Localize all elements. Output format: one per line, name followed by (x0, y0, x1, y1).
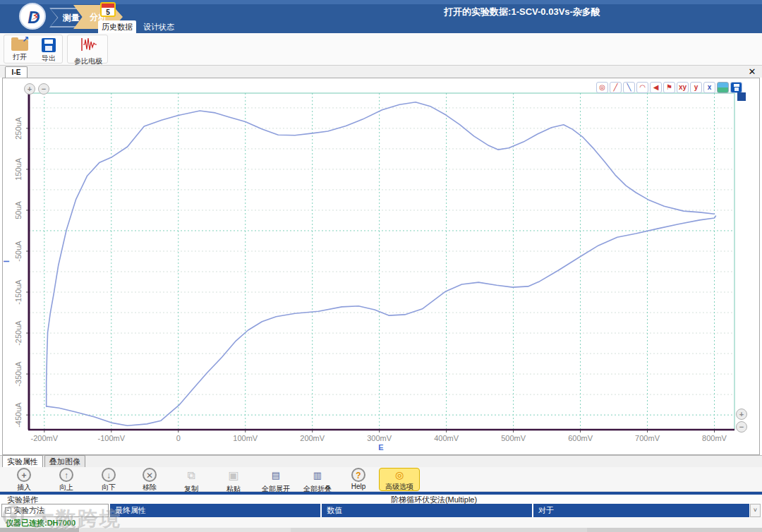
calendar-day: 5 (102, 8, 114, 17)
column-header-value[interactable]: 数值 (322, 504, 532, 517)
svg-text:150uA: 150uA (14, 157, 23, 180)
svg-text:E: E (378, 443, 383, 452)
svg-text:-350uA: -350uA (14, 361, 23, 387)
svg-text:-150uA: -150uA (14, 279, 23, 305)
waveform-icon (79, 37, 97, 52)
tree-node-method[interactable]: -实验方法 (1, 504, 109, 517)
scroll-down-icon[interactable]: ˅ (750, 504, 761, 517)
peak-left-icon[interactable]: ◀ (650, 82, 662, 93)
tab-experiment-properties[interactable]: 实验属性 (2, 455, 43, 467)
peak-flag-icon[interactable]: ⚑ (663, 82, 675, 93)
svg-text:600mV: 600mV (568, 434, 593, 442)
snapshot-icon[interactable] (717, 82, 729, 93)
window-title: 打开的实验数据:1-SCV-0.03Vs-杂多酸 (395, 6, 649, 18)
save-plot-icon[interactable] (730, 82, 742, 93)
open-button[interactable]: ↗ 打开 (5, 37, 35, 62)
line-falling-icon[interactable]: ╲ (623, 82, 635, 93)
corner-handle[interactable] (737, 92, 746, 101)
ref-electrode-button[interactable]: 参比电极 (73, 37, 103, 66)
insert-button[interactable]: +插入 (4, 468, 44, 492)
svg-text:300mV: 300mV (367, 434, 392, 442)
zoom-out-x-button[interactable]: − (736, 421, 747, 433)
bottom-edge (0, 528, 762, 532)
status-bar: 仪器已连接:DH7000 (0, 517, 762, 528)
open-folder-icon: ↗ (11, 40, 28, 51)
zoom-in-x-button[interactable]: + (736, 409, 747, 420)
floppy-icon (42, 38, 56, 52)
svg-text:700mV: 700mV (635, 434, 660, 442)
tree-collapse-icon[interactable]: - (5, 507, 11, 514)
column-header-for[interactable]: 对于 (533, 504, 749, 517)
move-up-button[interactable]: ↑向上 (46, 468, 87, 492)
svg-text:-450uA: -450uA (14, 402, 23, 428)
marker-target-icon[interactable]: ◎ (596, 82, 608, 93)
baseline-arc-icon[interactable]: ◠ (636, 82, 648, 93)
svg-text:100mV: 100mV (233, 434, 258, 442)
remove-button[interactable]: ✕移除 (129, 468, 170, 492)
file-group: ↗ 打开 导出 (4, 35, 63, 64)
zoom-xy-icon[interactable]: xy (677, 82, 689, 93)
collapse-all-button[interactable]: ▥全部折叠 (297, 468, 338, 494)
zoom-out-button[interactable]: − (38, 83, 49, 95)
app-logo-icon: D ⚡ (19, 3, 46, 30)
bottom-tabstrip (0, 455, 762, 467)
calendar-icon[interactable]: 5 (100, 2, 116, 17)
connection-status: 仪器已连接:DH7000 (6, 518, 75, 528)
plot-toolbar: ◎╱╲◠◀⚑xyyx (596, 82, 742, 93)
svg-text:250uA: 250uA (14, 116, 23, 139)
plot-panel: -200mV-100mV0100mV200mV300mV400mV500mV60… (2, 78, 760, 455)
tree-node-label: 实验方法 (13, 506, 44, 514)
column-header-final-property[interactable]: 最终属性 (110, 504, 320, 517)
svg-text:-200mV: -200mV (31, 434, 59, 442)
bottom-toolbar: +插入↑向上↓向下✕移除⧉复制▣粘贴▤全部展开▥全部折叠?Help◎高级选项 (0, 467, 762, 492)
plot-tabstrip (0, 66, 762, 78)
help-button[interactable]: ?Help (338, 468, 379, 490)
svg-text:500mV: 500mV (501, 434, 526, 442)
svg-text:I: I (3, 260, 11, 262)
copy-button[interactable]: ⧉复制 (171, 468, 212, 494)
zoom-in-button[interactable]: + (24, 83, 35, 95)
zoom-x-icon[interactable]: x (703, 82, 715, 93)
cv-chart: -200mV-100mV0100mV200mV300mV400mV500mV60… (3, 78, 759, 454)
titlebar: D ⚡ 测量 分析 5 打开的实验数据:1-SCV-0.03Vs-杂多酸 历史数… (0, 0, 762, 33)
move-down-button[interactable]: ↓向下 (88, 468, 129, 492)
svg-text:200mV: 200mV (300, 434, 325, 442)
export-label: 导出 (34, 54, 64, 64)
line-rising-icon[interactable]: ╱ (610, 82, 622, 93)
ref-electrode-label: 参比电极 (73, 56, 103, 66)
svg-text:50uA: 50uA (14, 200, 23, 219)
tab-history-data[interactable]: 历史数据 (98, 20, 136, 33)
tab-design-state[interactable]: 设计状态 (139, 20, 179, 33)
tab-overlay-image[interactable]: 叠加图像 (44, 455, 85, 467)
svg-text:800mV: 800mV (702, 434, 727, 442)
paste-button[interactable]: ▣粘贴 (213, 468, 254, 494)
zoom-y-icon[interactable]: y (690, 82, 702, 93)
electrode-group: 参比电极 (67, 35, 108, 64)
tab-ie-plot[interactable]: I-E (5, 66, 28, 78)
operation-row: 实验操作 阶梯循环伏安法(Multiple) (0, 495, 762, 504)
svg-text:-100mV: -100mV (98, 434, 126, 442)
svg-text:-250uA: -250uA (14, 320, 23, 346)
svg-text:-50uA: -50uA (14, 241, 23, 262)
ribbon: ↗ 打开 导出 参比电极 (0, 33, 762, 66)
svg-text:0: 0 (176, 434, 181, 442)
open-label: 打开 (5, 52, 35, 62)
svg-text:400mV: 400mV (434, 434, 459, 442)
close-icon[interactable]: ✕ (746, 66, 758, 78)
expand-all-button[interactable]: ▤全部展开 (255, 468, 296, 494)
export-button[interactable]: 导出 (34, 37, 64, 64)
